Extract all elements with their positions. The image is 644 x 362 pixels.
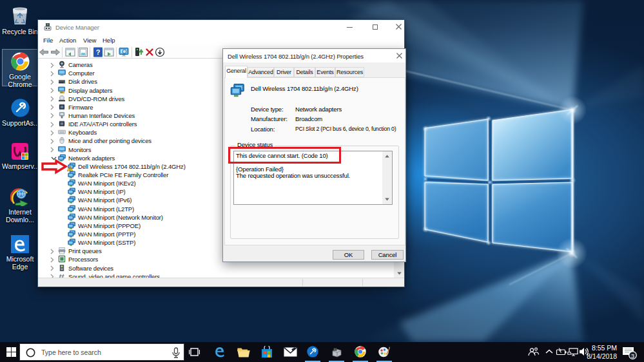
svg-text:3: 3: [631, 352, 634, 359]
svg-text:?: ?: [96, 48, 101, 56]
